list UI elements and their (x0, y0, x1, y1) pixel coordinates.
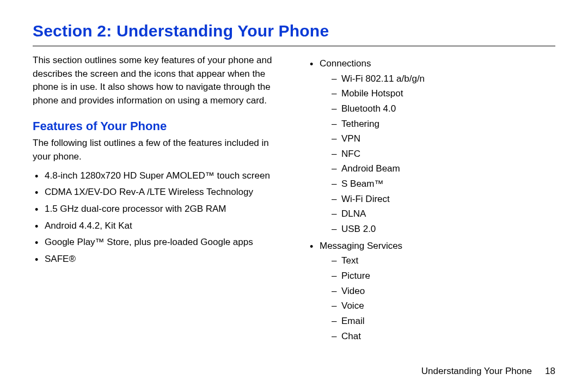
page-footer: Understanding Your Phone18 (421, 366, 555, 377)
manual-page: Section 2: Understanding Your Phone This… (0, 0, 588, 392)
list-item: Android 4.4.2, Kit Kat (33, 219, 280, 233)
list-item: Bluetooth 4.0 (320, 102, 555, 116)
list-item: Voice (320, 299, 555, 313)
list-item: Text (320, 254, 555, 268)
list-item: Google Play™ Store, plus pre-loaded Goog… (33, 236, 280, 249)
feature-bullets-left: 4.8-inch 1280x720 HD Super AMOLED™ touch… (33, 169, 280, 266)
messaging-sublist: Text Picture Video Voice Email Chat (320, 254, 555, 343)
connections-label: Connections (320, 58, 371, 69)
feature-bullets-right: Connections Wi-Fi 802.11 a/b/g/n Mobile … (308, 57, 555, 343)
list-item: Mobile Hotspot (320, 87, 555, 101)
left-column: This section outlines some key features … (33, 54, 280, 346)
right-column: Connections Wi-Fi 802.11 a/b/g/n Mobile … (308, 54, 555, 346)
list-item: NFC (320, 148, 555, 161)
list-item: VPN (320, 132, 555, 146)
footer-section-label: Understanding Your Phone (421, 366, 532, 376)
list-item: DLNA (320, 207, 555, 221)
list-item: Android Beam (320, 162, 555, 176)
list-item: Tethering (320, 118, 555, 131)
divider (33, 46, 555, 46)
list-item: Wi-Fi Direct (320, 193, 555, 206)
features-lead: The following list outlines a few of the… (33, 137, 280, 163)
list-item: Wi-Fi 802.11 a/b/g/n (320, 72, 555, 86)
list-item: Messaging Services Text Picture Video Vo… (308, 240, 555, 343)
messaging-label: Messaging Services (320, 241, 402, 251)
list-item: 1.5 GHz dual-core processor with 2GB RAM (33, 203, 280, 216)
list-item: 4.8-inch 1280x720 HD Super AMOLED™ touch… (33, 169, 280, 183)
list-item: S Beam™ (320, 177, 555, 191)
list-item: Connections Wi-Fi 802.11 a/b/g/n Mobile … (308, 57, 555, 236)
section-title: Section 2: Understanding Your Phone (33, 22, 555, 40)
safe-label: SAFE® (45, 254, 76, 264)
features-heading: Features of Your Phone (33, 118, 280, 135)
two-column-layout: This section outlines some key features … (33, 54, 555, 346)
list-item: Video (320, 285, 555, 298)
list-item: Chat (320, 330, 555, 344)
intro-text: This section outlines some key features … (33, 54, 280, 108)
page-number: 18 (545, 366, 555, 376)
list-item: Picture (320, 270, 555, 283)
list-item: SAFE® (33, 253, 280, 266)
list-item: CDMA 1X/EV-DO Rev-A /LTE Wireless Techno… (33, 186, 280, 199)
connections-sublist: Wi-Fi 802.11 a/b/g/n Mobile Hotspot Blue… (320, 72, 555, 236)
list-item: USB 2.0 (320, 223, 555, 236)
list-item: Email (320, 315, 555, 328)
